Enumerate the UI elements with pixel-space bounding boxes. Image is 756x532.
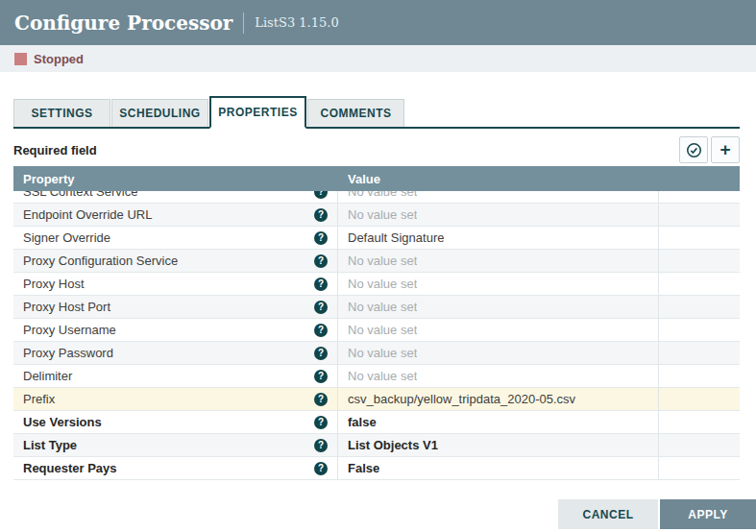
help-icon[interactable]: ?	[314, 416, 328, 429]
property-value-text: No value set	[348, 191, 417, 199]
property-name: Prefix	[23, 392, 55, 406]
row-end-spacer	[659, 434, 740, 456]
column-header-property: Property	[13, 172, 338, 186]
property-name: SSL Context Service	[23, 191, 137, 199]
help-icon[interactable]: ?	[314, 254, 328, 268]
column-header-value: Value	[338, 172, 380, 186]
help-icon[interactable]: ?	[314, 208, 328, 222]
row-end-spacer	[659, 365, 740, 387]
help-icon[interactable]: ?	[314, 439, 328, 452]
table-row: List Type ? List Objects V1	[13, 434, 740, 457]
table-row: Signer Override ? Default Signature	[13, 227, 740, 250]
help-icon[interactable]: ?	[314, 301, 328, 314]
plus-icon: +	[719, 140, 730, 158]
help-icon[interactable]: ?	[314, 347, 328, 360]
dialog-title: Configure Processor	[14, 12, 232, 35]
add-property-button[interactable]: +	[711, 136, 740, 163]
row-end-spacer	[659, 411, 740, 433]
help-icon[interactable]: ?	[314, 393, 328, 406]
property-value[interactable]: No value set	[338, 365, 659, 387]
tab-comments[interactable]: COMMENTS	[307, 99, 404, 127]
property-value[interactable]: No value set	[338, 250, 659, 272]
property-value[interactable]: List Objects V1	[338, 434, 659, 456]
property-value-text: No value set	[348, 346, 417, 360]
table-row: Use Versions ? false	[13, 411, 740, 434]
property-value[interactable]: No value set	[338, 342, 659, 364]
row-end-spacer	[659, 227, 740, 249]
property-value-text: No value set	[348, 277, 417, 291]
help-icon[interactable]: ?	[314, 278, 328, 291]
property-cell: Requester Pays ?	[13, 457, 338, 479]
property-value-text: List Objects V1	[348, 438, 438, 452]
help-icon[interactable]: ?	[314, 231, 328, 245]
property-name: Proxy Host Port	[23, 300, 110, 314]
property-cell: Delimiter ?	[13, 365, 338, 387]
property-value[interactable]: false	[338, 411, 659, 433]
property-value-text: No value set	[348, 207, 417, 222]
check-circle-icon	[686, 142, 702, 158]
dialog-titlebar: Configure Processor ListS3 1.15.0	[0, 0, 756, 45]
property-value-text: false	[348, 415, 377, 429]
property-value[interactable]: Default Signature	[338, 227, 659, 249]
table-row: Proxy Password ? No value set	[13, 342, 740, 365]
cancel-button[interactable]: CANCEL	[558, 499, 658, 529]
property-value[interactable]: No value set	[338, 319, 659, 341]
property-value[interactable]: No value set	[338, 296, 659, 318]
property-value-text: No value set	[348, 369, 417, 383]
property-value[interactable]: False	[338, 457, 659, 479]
help-icon[interactable]: ?	[314, 191, 328, 199]
help-icon[interactable]: ?	[314, 462, 328, 475]
property-value-text: No value set	[348, 254, 417, 268]
tab-properties[interactable]: PROPERTIES	[209, 96, 306, 129]
row-end-spacer	[659, 388, 740, 410]
configure-processor-dialog: Configure Processor ListS3 1.15.0 Stoppe…	[0, 0, 756, 532]
tab-bar: SETTINGSSCHEDULINGPROPERTIESCOMMENTS	[13, 96, 740, 129]
property-value[interactable]: No value set	[338, 273, 659, 295]
property-cell: Proxy Password ?	[13, 342, 338, 364]
dialog-footer: CANCEL APPLY	[558, 499, 756, 529]
table-row: Proxy Username ? No value set	[13, 319, 740, 342]
table-row: Proxy Configuration Service ? No value s…	[13, 250, 740, 273]
apply-button[interactable]: APPLY	[660, 499, 756, 529]
table-row: SSL Context Service ? No value set	[13, 191, 740, 204]
row-end-spacer	[659, 204, 740, 226]
table-header: Property Value	[13, 166, 740, 191]
table-row: Endpoint Override URL ? No value set	[13, 204, 740, 227]
table-row: Prefix ? csv_backup/yellow_tripdata_2020…	[13, 388, 740, 411]
property-value[interactable]: csv_backup/yellow_tripdata_2020-05.csv	[338, 388, 659, 410]
verify-properties-button[interactable]	[679, 136, 708, 163]
property-name: Endpoint Override URL	[23, 207, 152, 222]
property-value[interactable]: No value set	[338, 204, 659, 226]
property-name: Proxy Password	[23, 346, 113, 360]
property-name: Use Versions	[23, 415, 102, 429]
title-separator	[243, 12, 244, 34]
row-end-spacer	[659, 457, 740, 479]
clipped-row-window: SSL Context Service ? No value set	[13, 191, 740, 204]
status-label: Stopped	[34, 52, 84, 66]
row-end-spacer	[659, 250, 740, 272]
table-row: Proxy Host Port ? No value set	[13, 296, 740, 319]
property-cell: Proxy Configuration Service ?	[13, 250, 338, 272]
property-cell: Proxy Host Port ?	[13, 296, 338, 318]
property-name: Proxy Username	[23, 323, 116, 337]
properties-table: Property Value SSL Context Service ? No …	[13, 166, 740, 480]
property-value[interactable]: No value set	[338, 191, 659, 203]
property-cell: Signer Override ?	[13, 227, 338, 249]
row-end-spacer	[659, 191, 740, 203]
property-cell: List Type ?	[13, 434, 338, 456]
dialog-content: SETTINGSSCHEDULINGPROPERTIESCOMMENTS Req…	[0, 72, 756, 480]
property-name: Proxy Configuration Service	[23, 254, 178, 268]
tab-settings[interactable]: SETTINGS	[13, 99, 110, 127]
property-cell: Proxy Username ?	[13, 319, 338, 341]
table-row: Proxy Host ? No value set	[13, 273, 740, 296]
properties-scroll-area[interactable]: SSL Context Service ? No value set Endpo…	[13, 191, 740, 480]
help-icon[interactable]: ?	[314, 324, 328, 337]
properties-toolbar: Required field +	[13, 135, 740, 164]
table-row: Delimiter ? No value set	[13, 365, 740, 388]
required-field-label: Required field	[13, 143, 97, 157]
property-value-text: No value set	[348, 300, 417, 314]
tab-scheduling[interactable]: SCHEDULING	[111, 99, 208, 127]
row-end-spacer	[659, 296, 740, 318]
help-icon[interactable]: ?	[314, 370, 328, 383]
property-name: Signer Override	[23, 230, 110, 245]
